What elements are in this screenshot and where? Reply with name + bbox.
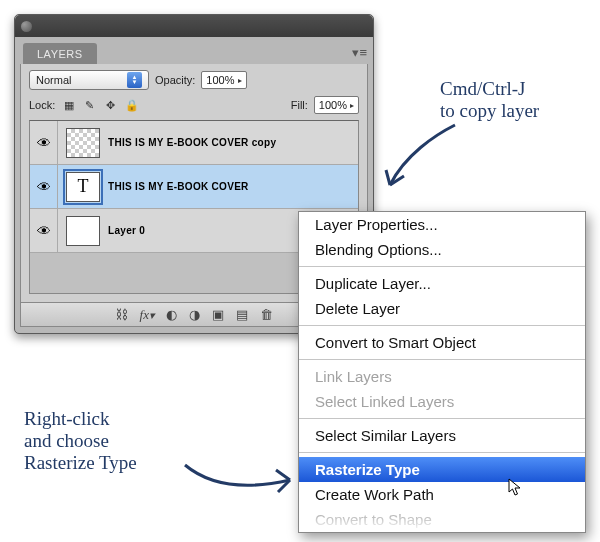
- lock-buttons: ▦ ✎ ✥ 🔒: [61, 98, 139, 113]
- adjustment-icon[interactable]: ◑: [189, 307, 200, 322]
- dropdown-arrow-icon[interactable]: ▸: [350, 101, 354, 110]
- trash-icon[interactable]: 🗑: [260, 307, 273, 322]
- lock-transparency-icon[interactable]: ▦: [61, 98, 76, 113]
- blend-mode-value: Normal: [36, 74, 71, 86]
- pointer-cursor-icon: [508, 478, 524, 498]
- menu-convert-smart-object[interactable]: Convert to Smart Object: [299, 330, 585, 355]
- menu-separator: [299, 359, 585, 360]
- context-menu: Layer Properties... Blending Options... …: [298, 211, 586, 533]
- visibility-eye-icon[interactable]: 👁: [30, 121, 58, 164]
- menu-separator: [299, 418, 585, 419]
- menu-rasterize-type[interactable]: Rasterize Type: [299, 457, 585, 482]
- menu-select-similar[interactable]: Select Similar Layers: [299, 423, 585, 448]
- menu-separator: [299, 266, 585, 267]
- mask-icon[interactable]: ◐: [166, 307, 177, 322]
- lock-position-icon[interactable]: ✥: [103, 98, 118, 113]
- lock-paint-icon[interactable]: ✎: [82, 98, 97, 113]
- visibility-eye-icon[interactable]: 👁: [30, 165, 58, 208]
- link-icon[interactable]: ⛓: [115, 307, 128, 322]
- opacity-value: 100%: [206, 74, 234, 86]
- dropdown-arrow-icon[interactable]: ▸: [238, 76, 242, 85]
- menu-duplicate-layer[interactable]: Duplicate Layer...: [299, 271, 585, 296]
- menu-delete-layer[interactable]: Delete Layer: [299, 296, 585, 321]
- layer-row[interactable]: 👁 THIS IS MY E-BOOK COVER copy: [30, 121, 358, 165]
- blend-mode-select[interactable]: Normal ▲▼: [29, 70, 149, 90]
- menu-create-work-path[interactable]: Create Work Path: [299, 482, 585, 507]
- menu-select-linked: Select Linked Layers: [299, 389, 585, 414]
- layer-thumbnail[interactable]: [66, 128, 100, 158]
- type-layer-thumbnail[interactable]: T: [66, 172, 100, 202]
- select-stepper-icon[interactable]: ▲▼: [127, 72, 142, 88]
- menu-layer-properties[interactable]: Layer Properties...: [299, 212, 585, 237]
- opacity-label: Opacity:: [155, 74, 195, 86]
- menu-separator: [299, 325, 585, 326]
- lock-label: Lock:: [29, 99, 55, 111]
- fx-icon[interactable]: fx▾: [140, 307, 155, 323]
- arrow-bottom-icon: [180, 440, 300, 500]
- panel-menu-icon[interactable]: ▾≡: [352, 45, 367, 60]
- visibility-eye-icon[interactable]: 👁: [30, 209, 58, 252]
- layer-row-selected[interactable]: 👁 T THIS IS MY E-BOOK COVER: [30, 165, 358, 209]
- menu-link-layers: Link Layers: [299, 364, 585, 389]
- annotation-top: Cmd/Ctrl-Jto copy layer: [440, 78, 539, 122]
- lock-all-icon[interactable]: 🔒: [124, 98, 139, 113]
- new-layer-icon[interactable]: ▤: [236, 307, 248, 322]
- layer-name[interactable]: THIS IS MY E-BOOK COVER: [108, 181, 249, 192]
- menu-separator: [299, 452, 585, 453]
- layer-name[interactable]: Layer 0: [108, 225, 145, 236]
- layers-tab[interactable]: LAYERS: [23, 43, 97, 64]
- group-icon[interactable]: ▣: [212, 307, 224, 322]
- close-dot-icon[interactable]: [21, 21, 32, 32]
- arrow-top-icon: [380, 120, 470, 200]
- panel-titlebar[interactable]: [15, 15, 373, 37]
- fill-input[interactable]: 100% ▸: [314, 96, 359, 114]
- fill-label: Fill:: [291, 99, 308, 111]
- layer-thumbnail[interactable]: [66, 216, 100, 246]
- menu-blending-options[interactable]: Blending Options...: [299, 237, 585, 262]
- annotation-bottom: Right-clickand chooseRasterize Type: [24, 408, 137, 474]
- layer-name[interactable]: THIS IS MY E-BOOK COVER copy: [108, 137, 276, 148]
- opacity-input[interactable]: 100% ▸: [201, 71, 246, 89]
- fill-value: 100%: [319, 99, 347, 111]
- menu-fade: [299, 510, 585, 532]
